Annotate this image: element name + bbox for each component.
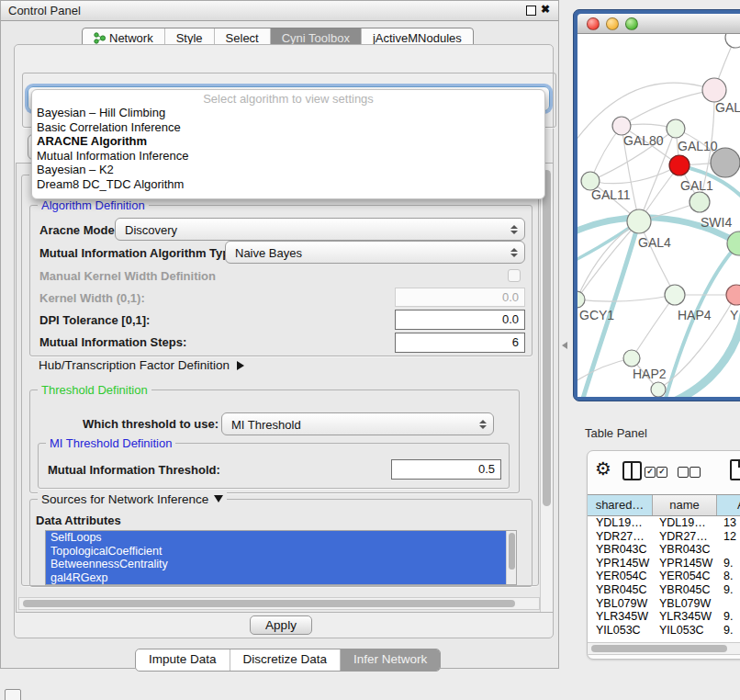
column-header-shared[interactable]: shared… bbox=[588, 495, 653, 515]
tab-impute-data[interactable]: Impute Data bbox=[136, 649, 230, 671]
tab-infer-network[interactable]: Infer Network bbox=[340, 649, 440, 671]
kernel-width-field[interactable]: 0.0 bbox=[395, 288, 525, 307]
node-gcy1[interactable] bbox=[577, 291, 585, 308]
cell: 8. bbox=[717, 570, 740, 583]
screen: { "control_panel": { "title": "Control P… bbox=[0, 0, 740, 700]
apply-button[interactable]: Apply bbox=[250, 615, 312, 635]
table-horizontal-scrollbar[interactable] bbox=[588, 642, 740, 655]
node-hap2[interactable] bbox=[623, 350, 640, 367]
node-red[interactable] bbox=[669, 155, 690, 175]
table-row[interactable]: YDR27…YDR27…12 bbox=[588, 530, 740, 544]
node-gal4[interactable] bbox=[627, 209, 651, 233]
cell: 9. bbox=[717, 610, 740, 624]
checked-box-icon[interactable]: ✓ bbox=[645, 467, 656, 478]
cell: 9. bbox=[717, 583, 740, 597]
label-gcy1: GCY1 bbox=[579, 308, 614, 322]
columns-icon[interactable] bbox=[622, 461, 642, 480]
aracne-mode-value: Discovery bbox=[125, 222, 177, 236]
splitter-collapse-icon[interactable] bbox=[562, 342, 567, 349]
scrollbar-thumb[interactable] bbox=[543, 170, 551, 506]
attribute-item-selected[interactable] bbox=[46, 584, 506, 585]
cell: YDL19… bbox=[653, 516, 717, 530]
float-window-icon[interactable] bbox=[526, 6, 536, 16]
tab-discretize-data[interactable]: Discretize Data bbox=[230, 649, 341, 671]
table-row[interactable]: YER054CYER054C8. bbox=[588, 570, 740, 583]
which-threshold-combo[interactable]: MI Threshold bbox=[221, 412, 494, 435]
cyni-toolbox-panel: gal-filtered.sif default node Select alg… bbox=[14, 44, 554, 638]
control-panel-titlebar[interactable]: Control Panel ✖ bbox=[1, 1, 558, 21]
scrollbar-thumb[interactable] bbox=[23, 600, 515, 607]
node-salmon[interactable] bbox=[726, 285, 740, 305]
algorithm-option[interactable]: Bayesian – K2 bbox=[32, 163, 544, 177]
close-icon[interactable]: ✖ bbox=[541, 3, 550, 16]
cell: YIL053C bbox=[588, 624, 653, 638]
network-view-window: GAL GAL80 GAL10 GAL1 GAL11 SWI4 GAL4 GCY… bbox=[573, 9, 740, 401]
label-gal4: GAL4 bbox=[638, 235, 671, 250]
node-hap4[interactable] bbox=[665, 285, 685, 305]
algorithm-definition-group: Algorithm Definition Aracne Mode: Discov… bbox=[29, 205, 533, 356]
node-bottom[interactable] bbox=[651, 382, 666, 397]
attributes-scrollbar[interactable] bbox=[506, 531, 516, 584]
label-hap4: HAP4 bbox=[678, 308, 712, 322]
network-window-titlebar[interactable] bbox=[577, 14, 740, 34]
cell: YER054C bbox=[588, 570, 653, 583]
settings-horizontal-scrollbar[interactable] bbox=[18, 597, 540, 610]
node-gal80[interactable] bbox=[612, 117, 631, 135]
label-y-partial: Y bbox=[730, 308, 739, 322]
new-table-icon[interactable] bbox=[730, 459, 740, 480]
table-row[interactable]: YBR045CYBR045C9. bbox=[588, 583, 740, 597]
algorithm-option-selected[interactable]: ARACNE Algorithm bbox=[32, 134, 544, 149]
table-row[interactable]: YPR145WYPR145W9. bbox=[588, 557, 740, 570]
dpi-tolerance-field[interactable]: 0.0 bbox=[395, 310, 525, 330]
close-traffic-light-icon[interactable] bbox=[587, 17, 600, 30]
node-gal-partial[interactable] bbox=[702, 78, 726, 102]
cell: YDL19… bbox=[588, 516, 653, 530]
table-row[interactable]: YBL079WYBL079W bbox=[588, 597, 740, 611]
manual-kernel-checkbox[interactable] bbox=[508, 269, 521, 282]
column-header-partial[interactable]: A bbox=[717, 495, 740, 515]
scrollbar-thumb[interactable] bbox=[509, 533, 515, 570]
attribute-item-selected[interactable]: BetweennessCentrality bbox=[46, 558, 506, 571]
mi-type-combo[interactable]: Naive Bayes bbox=[225, 241, 525, 264]
table-row[interactable]: YLR345WYLR345W9. bbox=[588, 610, 740, 624]
algorithm-option[interactable]: Dream8 DC_TDC Algorithm bbox=[32, 177, 544, 192]
algorithm-option[interactable]: Mutual Information Inference bbox=[32, 149, 544, 164]
table-row[interactable]: YIL053CYIL053C9. bbox=[588, 624, 740, 638]
table-panel-title: Table Panel bbox=[585, 426, 647, 440]
sources-toggle[interactable]: Sources for Network Inference bbox=[38, 492, 227, 506]
mi-threshold-group: MI Threshold Definition Mutual Informati… bbox=[38, 443, 510, 489]
label-gal80: GAL80 bbox=[623, 133, 664, 148]
node-gal1[interactable] bbox=[690, 192, 710, 212]
collapsed-panel-icon[interactable] bbox=[5, 689, 21, 700]
network-canvas[interactable]: GAL GAL80 GAL10 GAL1 GAL11 SWI4 GAL4 GCY… bbox=[577, 34, 740, 397]
node-open[interactable] bbox=[725, 34, 740, 48]
mi-steps-field[interactable]: 6 bbox=[395, 333, 525, 353]
mi-type-label: Mutual Information Algorithm Type: bbox=[39, 246, 241, 260]
sources-group: Sources for Network Inference Data Attri… bbox=[29, 499, 533, 587]
checked-box-icon[interactable]: ✓ bbox=[656, 467, 667, 478]
attribute-item-selected[interactable]: gal4RGexp bbox=[46, 571, 506, 585]
settings-vertical-scrollbar[interactable] bbox=[540, 164, 553, 612]
algorithm-option[interactable]: Basic Correlation Inference bbox=[32, 120, 544, 135]
cell: 13 bbox=[717, 516, 740, 530]
minimize-traffic-light-icon[interactable] bbox=[606, 17, 619, 30]
table-row[interactable]: YBR043CYBR043C bbox=[588, 543, 740, 557]
scrollbar-thumb[interactable] bbox=[591, 645, 727, 652]
zoom-traffic-light-icon[interactable] bbox=[625, 17, 638, 30]
attribute-item-selected[interactable]: TopologicalCoefficient bbox=[46, 545, 506, 559]
mi-threshold-field[interactable]: 0.5 bbox=[391, 459, 501, 480]
unchecked-box-icon[interactable] bbox=[678, 467, 689, 478]
unchecked-box-icon[interactable] bbox=[690, 467, 701, 478]
threshold-definition-group: Threshold Definition Which threshold to … bbox=[29, 390, 520, 493]
table-panel: ⚙ ✓ ✓ shared… name A YDL19…YDL19…13 YDR2… bbox=[587, 450, 740, 660]
attribute-item-selected[interactable]: SelfLoops bbox=[46, 531, 506, 545]
settings-scrollpane: Cyni Algorithm Settings Algorithm Defini… bbox=[16, 163, 554, 613]
column-header-name[interactable]: name bbox=[653, 495, 717, 515]
node-gal10[interactable] bbox=[667, 119, 685, 138]
aracne-mode-combo[interactable]: Discovery bbox=[115, 218, 525, 241]
gear-icon[interactable]: ⚙ bbox=[595, 457, 611, 480]
algorithm-option[interactable]: Bayesian – Hill Climbing bbox=[32, 106, 544, 120]
table-row[interactable]: YDL19…YDL19…13 bbox=[588, 516, 740, 530]
which-threshold-value: MI Threshold bbox=[231, 417, 301, 431]
hub-definition-toggle[interactable]: Hub/Transcription Factor Definition bbox=[39, 358, 244, 372]
